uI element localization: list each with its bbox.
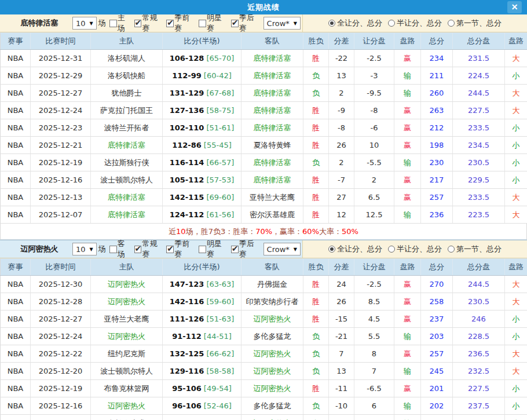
away-team-cell: 底特律活塞 [241,102,303,119]
checkbox-icon[interactable] [199,20,206,27]
total-points-cell[interactable]: 263 [421,102,453,119]
handicap-cell: -2.5 [354,50,394,67]
bookmaker-select[interactable]: Crow* ▼ [264,243,301,255]
date-cell: 2025-12-16 [31,397,91,415]
checkbox-icon[interactable] [231,246,239,253]
total-line-cell[interactable]: 244.5 [453,276,505,293]
summary-segment: 近 [169,227,176,237]
radio-icon[interactable] [448,246,455,253]
total-points-cell[interactable]: 245 [421,363,453,380]
total-points-cell[interactable]: 198 [421,137,453,154]
radio-icon[interactable] [388,20,395,27]
score-cell: 116-114[66-57] [163,154,241,171]
filter-checkbox[interactable]: 明星赛 [197,239,229,260]
total-line-cell[interactable]: 223.5 [453,206,505,224]
games-count-select[interactable]: 10 ▼ [72,243,97,255]
total-points-cell[interactable]: 217 [421,171,453,189]
checkbox-icon[interactable] [134,246,142,253]
table-row: NBA 2025-12-07 底特律活塞 124-112[61-56] 密尔沃基… [1,206,527,224]
total-points-cell[interactable]: 202 [421,397,453,415]
team-name: 迈阿密热火 [19,244,60,254]
filter-checkbox[interactable]: 常规赛 [133,13,165,34]
total-points-cell[interactable]: 230 [421,154,453,171]
total-line-cell[interactable]: 227.5 [453,102,505,119]
total-line-cell[interactable]: 237.5 [453,397,505,415]
total-points-cell[interactable]: 257 [421,189,453,206]
total-points-cell[interactable]: 237 [421,311,453,328]
odds-type-radio[interactable]: 第一节、总分 [448,244,502,254]
total-line-cell[interactable]: 228.5 [453,328,505,345]
total-line-cell[interactable]: 224.5 [453,67,505,85]
total-points-cell[interactable]: 225 [421,415,453,420]
checkbox-icon[interactable] [166,246,174,253]
home-team-cell: 波特兰开拓者 [91,119,163,137]
over-under-cell: 大 [505,189,527,206]
col-score: 比分(半场) [163,259,241,276]
odds-type-radio[interactable]: 全让分、总分 [328,18,382,28]
total-points-cell[interactable]: 260 [421,85,453,102]
games-count-select[interactable]: 10 ▼ [72,17,97,30]
win-loss-cell: 负 [303,345,329,363]
radio-icon[interactable] [328,246,335,253]
odds-type-radio[interactable]: 全让分、总分 [328,244,382,254]
total-line-cell[interactable]: 231.5 [453,50,505,67]
close-button[interactable]: ✕ [507,1,522,13]
total-points-cell[interactable]: 236 [421,206,453,224]
total-line-cell[interactable]: 227.5 [453,380,505,397]
total-points-cell[interactable]: 211 [421,67,453,85]
radio-icon[interactable] [448,20,455,27]
filter-checkbox[interactable]: 季后赛 [229,239,262,260]
total-points-cell[interactable]: 270 [421,276,453,293]
bookmaker-select[interactable]: Crow* ▼ [264,17,301,30]
checkbox-icon[interactable] [134,20,142,27]
total-points-cell[interactable]: 201 [421,380,453,397]
filter-checkbox[interactable]: 常规赛 [133,239,165,260]
halftime-score: [67-68] [206,89,234,97]
filter-checkbox[interactable]: 季后赛 [229,13,262,34]
total-line-cell[interactable]: 244.5 [453,85,505,102]
total-line-cell[interactable]: 229.5 [453,171,505,189]
odds-type-radio[interactable]: 半让分、总分 [388,18,442,28]
total-points-cell[interactable]: 257 [421,345,453,363]
checkbox-icon[interactable] [109,20,117,27]
handicap-cell: 4.5 [354,311,394,328]
radio-icon[interactable] [388,246,395,253]
score-cell: 102-110[51-61] [163,119,241,137]
final-score: 111-126 [170,315,204,323]
team-name: 底特律活塞 [19,18,60,28]
score-cell: 105-112[57-53] [163,171,241,189]
date-cell: 2025-12-27 [31,311,91,328]
filter-checkbox[interactable]: 明星赛 [197,13,229,34]
radio-icon[interactable] [328,20,335,27]
checkbox-icon[interactable] [109,246,117,253]
odds-type-label: 半让分、总分 [397,244,442,254]
checkbox-icon[interactable] [231,20,239,27]
total-line-cell[interactable]: 233.5 [453,119,505,137]
away-team-cell: 迈阿密热火 [241,363,303,380]
total-line-cell[interactable]: 236.5 [453,345,505,363]
total-line-cell[interactable]: 230.5 [453,293,505,311]
total-line-cell[interactable]: 234.5 [453,137,505,154]
filter-checkbox[interactable]: 客场 [108,239,133,260]
checkbox-icon[interactable] [166,20,174,27]
score-cell: 129-116[58-58] [163,363,241,380]
filter-checkbox[interactable]: 季前赛 [164,239,197,260]
total-line-cell[interactable]: 232.5 [453,363,505,380]
section-heat: 迈阿密热火 10 ▼ 场 客场 常规赛 季前赛 [0,240,527,420]
total-line-cell[interactable]: 246 [453,311,505,328]
filter-checkbox[interactable]: 主场 [108,13,133,34]
odds-type-radio[interactable]: 半让分、总分 [388,244,442,254]
win-loss-cell: 胜 [303,293,329,311]
total-line-cell[interactable]: 233.5 [453,189,505,206]
odds-type-radio[interactable]: 第一节、总分 [448,18,502,28]
total-points-cell[interactable]: 234 [421,50,453,67]
summary-segment: ，赢率： [272,227,302,237]
filter-checkbox[interactable]: 季前赛 [164,13,197,34]
checkbox-icon[interactable] [199,246,206,253]
total-points-cell[interactable]: 258 [421,293,453,311]
point-diff-cell: 13 [329,67,354,85]
total-line-cell[interactable]: 230.5 [453,154,505,171]
total-points-cell[interactable]: 203 [421,328,453,345]
total-line-cell[interactable]: 237.5 [453,415,505,420]
total-points-cell[interactable]: 212 [421,119,453,137]
